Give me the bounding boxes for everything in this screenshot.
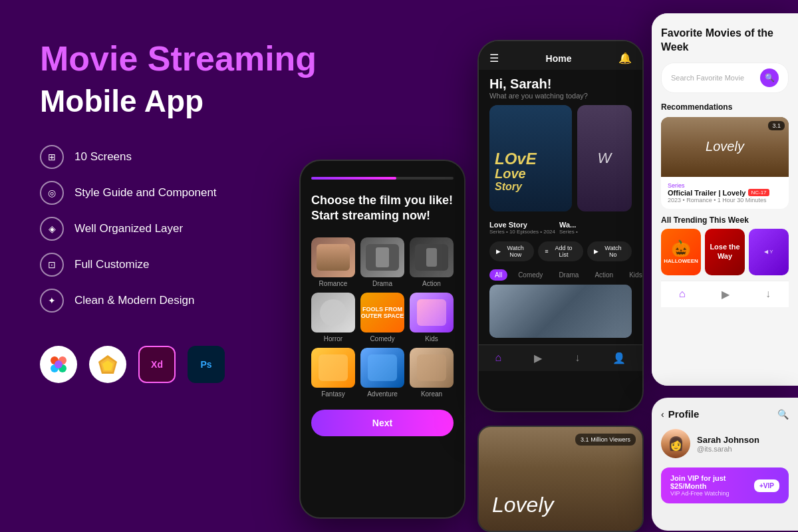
progress-bar xyxy=(311,177,454,180)
features-list: ⊞ 10 Screens ◎ Style Guide and Component… xyxy=(40,145,319,313)
gamepad-icon: ◎ xyxy=(40,181,64,205)
watch-now-label: Watch Now xyxy=(503,245,527,258)
nav-home-icon[interactable]: ⌂ xyxy=(495,352,502,364)
movie-title-section: Love Story Series • 10 Episodes • 2024 xyxy=(489,221,555,235)
watch-now-label2: Watch No xyxy=(601,245,625,258)
vip-sub: VIP Ad-Free Watching xyxy=(670,490,754,497)
viewers-label: Million Viewers xyxy=(591,436,630,443)
back-arrow-icon[interactable]: ‹ xyxy=(661,409,664,420)
rating-value: 3.1 xyxy=(772,122,781,129)
tab-all[interactable]: All xyxy=(489,269,507,281)
genre-action[interactable]: Action xyxy=(410,237,454,287)
feature-design: ✦ Clean & Modern Design xyxy=(40,289,319,313)
tab-drama[interactable]: Drama xyxy=(553,269,584,281)
genre-comedy[interactable]: FOOLS FROM OUTER SPACE Comedy xyxy=(360,293,404,342)
xd-icon: Xd xyxy=(138,346,176,383)
rpnav-download-icon[interactable]: ↓ xyxy=(765,288,771,301)
feature-label-design: Clean & Modern Design xyxy=(74,294,194,307)
genre-korean[interactable]: Korean xyxy=(410,348,454,398)
ps-icon: Ps xyxy=(188,346,225,383)
xd-label: Xd xyxy=(151,359,163,370)
nav-download-icon[interactable]: ↓ xyxy=(575,352,580,364)
figma-icon xyxy=(40,346,77,383)
tab-action[interactable]: Action xyxy=(589,269,618,281)
rec-image: Lovely 3.1 xyxy=(661,117,789,177)
genre-kids[interactable]: Kids xyxy=(410,293,454,342)
rec-card[interactable]: Lovely 3.1 Series Official Trailer | Lov… xyxy=(661,117,789,209)
side-movie-section: Wa... Series • xyxy=(559,221,632,235)
next-button[interactable]: Next xyxy=(311,410,454,436)
feature-customize: ⊡ Full Customize xyxy=(40,253,319,277)
scene-thumbnail[interactable] xyxy=(489,285,632,338)
tab-kids[interactable]: Kids xyxy=(624,269,644,281)
vip-plus-button[interactable]: +VIP xyxy=(754,479,779,492)
home-nav-label: Home xyxy=(546,53,572,64)
lovely-label: Lovely xyxy=(706,139,744,154)
side-movie-meta: Series • xyxy=(559,229,632,235)
add-to-list-button[interactable]: ≡ Add to List xyxy=(538,241,583,261)
feature-style: ◎ Style Guide and Component xyxy=(40,181,319,205)
profile-search-icon[interactable]: 🔍 xyxy=(777,409,789,420)
nc-badge: NC-17 xyxy=(748,189,769,196)
bell-icon[interactable]: 🔔 xyxy=(618,52,632,65)
side-movie-title: Wa... xyxy=(559,221,632,229)
layers-icon: ◈ xyxy=(40,217,64,241)
genre-grid: Romance Drama Action xyxy=(311,237,454,398)
tab-comedy[interactable]: Comedy xyxy=(513,269,548,281)
genre-label-action: Action xyxy=(410,280,454,287)
genre-label-horror: Horror xyxy=(311,335,355,342)
genre-drama[interactable]: Drama xyxy=(360,237,404,287)
watch-now-button2[interactable]: ▶ Watch No xyxy=(587,241,632,261)
feature-label-customize: Full Customize xyxy=(74,258,149,271)
search-placeholder: Search Favorite Movie xyxy=(671,74,755,82)
svg-point-4 xyxy=(55,360,63,368)
watch-now-button[interactable]: ▶ Watch Now xyxy=(489,241,534,261)
phone-home: ☰ Home 🔔 Hi, Sarah! What are you watchin… xyxy=(477,40,644,412)
left-section: Movie Streaming Mobile App ⊞ 10 Screens … xyxy=(40,40,319,383)
genre-label-fantasy: Fantasy xyxy=(311,390,355,398)
phone-genre-content: Choose the film you like! Start streamin… xyxy=(301,161,464,452)
trending-extra[interactable]: ◀ Y xyxy=(749,229,789,275)
vip-text: Join VIP for just $25/Month xyxy=(670,474,754,490)
user-avatar: 👩 xyxy=(661,429,690,458)
rpnav-play-icon[interactable]: ▶ xyxy=(722,288,730,301)
genre-label-drama: Drama xyxy=(360,280,404,287)
lovely-bg: 3.1 Million Viewers Lovely xyxy=(479,427,642,531)
sketch-icon xyxy=(89,346,126,383)
right-panel: Favorite Movies of the Week Search Favor… xyxy=(652,13,798,386)
trending-halloween[interactable]: 🎃 HALLOWEEN xyxy=(661,229,701,275)
hamburger-icon[interactable]: ☰ xyxy=(489,52,499,65)
scene-inner xyxy=(489,285,632,338)
trending-row: 🎃 HALLOWEEN Lose the Way ◀ Y xyxy=(661,229,789,275)
user-name: Sarah Johnson xyxy=(697,435,759,445)
featured-card-side[interactable]: W xyxy=(577,105,632,211)
nav-play-icon[interactable]: ▶ xyxy=(534,352,542,364)
featured-card-main[interactable]: ALFREDO TORRES LOvE Love Story xyxy=(489,105,572,211)
rec-movie-title: Official Trailer | Lovely xyxy=(668,189,745,197)
play-icon: ▶ xyxy=(496,248,501,255)
genre-romance[interactable]: Romance xyxy=(311,237,355,287)
user-details: Sarah Johnson @its.sarah xyxy=(697,435,759,453)
feature-layer: ◈ Well Organized Layer xyxy=(40,217,319,241)
feature-screens: ⊞ 10 Screens xyxy=(40,145,319,169)
nav-profile-icon[interactable]: 👤 xyxy=(612,352,626,364)
sparkle-icon: ✦ xyxy=(40,289,64,313)
ps-label: Ps xyxy=(200,359,211,370)
vip-banner[interactable]: Join VIP for just $25/Month VIP Ad-Free … xyxy=(661,467,789,503)
rpnav-home-icon[interactable]: ⌂ xyxy=(679,288,686,301)
search-button[interactable]: 🔍 xyxy=(760,68,779,87)
search-box[interactable]: Search Favorite Movie 🔍 xyxy=(661,63,789,93)
back-profile[interactable]: ‹ Profile xyxy=(661,408,699,420)
main-title: Movie Streaming xyxy=(40,40,319,78)
genre-horror[interactable]: Horror xyxy=(311,293,355,342)
feature-label-screens: 10 Screens xyxy=(74,150,132,164)
profile-header: ‹ Profile 🔍 xyxy=(661,408,789,420)
genre-fantasy[interactable]: Fantasy xyxy=(311,348,355,398)
genre-adventure[interactable]: Adventure xyxy=(360,348,404,398)
trending-lose-way[interactable]: Lose the Way xyxy=(705,229,745,275)
fav-title: Favorite Movies of the Week xyxy=(661,27,789,55)
rec-series-label: Series xyxy=(668,182,782,189)
trending-label: All Trending This Week xyxy=(661,215,789,225)
user-info: 👩 Sarah Johnson @its.sarah xyxy=(661,429,789,458)
phone-home-header: ☰ Home 🔔 xyxy=(479,41,642,70)
